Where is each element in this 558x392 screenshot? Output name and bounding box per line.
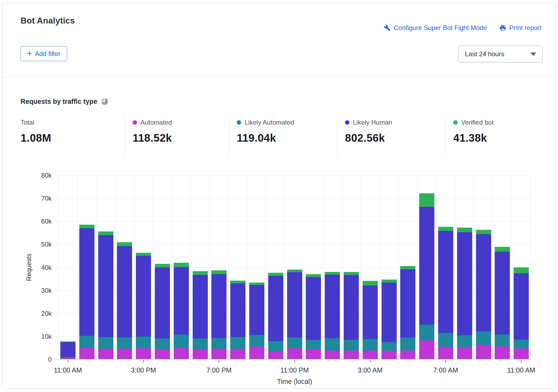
bar-segment-automated[interactable]: [136, 348, 151, 359]
bar-segment-likely-human[interactable]: [268, 276, 283, 341]
bar-6-00-am[interactable]: [419, 193, 434, 359]
bar-7-00-am[interactable]: [438, 227, 453, 359]
configure-super-bot-fight-mode-link[interactable]: Configure Super Bot Fight Mode: [384, 24, 487, 32]
bar-segment-likely-human[interactable]: [344, 275, 359, 340]
bar-segment-likely-automated[interactable]: [400, 338, 415, 350]
bar-segment-likely-human[interactable]: [325, 275, 340, 338]
bar-6-00-pm[interactable]: [193, 271, 208, 359]
bar-segment-verified-bot[interactable]: [117, 242, 132, 246]
bar-segment-verified-bot[interactable]: [457, 228, 472, 232]
bar-segment-likely-human[interactable]: [79, 228, 94, 336]
bar-segment-likely-human[interactable]: [174, 267, 189, 334]
bar-segment-likely-automated[interactable]: [419, 325, 434, 340]
bar-segment-verified-bot[interactable]: [325, 272, 340, 274]
bar-segment-automated[interactable]: [193, 349, 208, 359]
stat-total[interactable]: Total 1.08M: [21, 117, 125, 157]
bar-segment-likely-automated[interactable]: [382, 342, 397, 351]
bar-segment-likely-automated[interactable]: [211, 338, 227, 349]
bar-segment-verified-bot[interactable]: [230, 281, 245, 283]
bar-segment-likely-automated[interactable]: [268, 341, 283, 351]
bar-segment-automated[interactable]: [155, 349, 170, 359]
bar-4-00-pm[interactable]: [155, 264, 170, 359]
bar-segment-automated[interactable]: [79, 348, 94, 359]
bar-8-00-am[interactable]: [457, 228, 472, 359]
bar-segment-likely-human[interactable]: [60, 342, 76, 357]
bar-segment-automated[interactable]: [268, 351, 283, 359]
bar-segment-likely-automated[interactable]: [457, 335, 472, 347]
bar-segment-automated[interactable]: [514, 348, 529, 359]
bar-segment-verified-bot[interactable]: [193, 271, 208, 275]
bar-segment-likely-human[interactable]: [400, 269, 415, 338]
bar-segment-verified-bot[interactable]: [363, 281, 378, 285]
bar-segment-likely-human[interactable]: [211, 274, 227, 338]
bar-segment-likely-automated[interactable]: [306, 340, 321, 349]
bar-segment-likely-automated[interactable]: [476, 331, 491, 345]
bar-9-00-pm[interactable]: [249, 283, 264, 359]
bar-segment-likely-human[interactable]: [155, 267, 170, 338]
bar-3-00-pm[interactable]: [136, 253, 151, 359]
stat-verified-bot[interactable]: Verified bot 41.38k: [445, 117, 494, 157]
bar-segment-likely-human[interactable]: [136, 256, 151, 337]
bar-segment-automated[interactable]: [174, 348, 189, 359]
bar-segment-likely-automated[interactable]: [155, 338, 170, 349]
bar-10-00-pm[interactable]: [268, 273, 283, 359]
bar-segment-automated[interactable]: [211, 349, 227, 359]
print-report-link[interactable]: Print report: [499, 24, 541, 32]
bar-segment-likely-automated[interactable]: [98, 337, 113, 349]
bar-segment-verified-bot[interactable]: [306, 274, 321, 277]
bar-segment-automated[interactable]: [457, 347, 472, 359]
bar-segment-automated[interactable]: [60, 358, 76, 359]
bar-segment-likely-automated[interactable]: [287, 338, 302, 348]
bar-segment-verified-bot[interactable]: [400, 266, 415, 269]
bar-segment-automated[interactable]: [476, 345, 491, 359]
bar-segment-verified-bot[interactable]: [174, 263, 189, 267]
bar-2-00-am[interactable]: [344, 272, 359, 359]
bar-11-00-am[interactable]: [60, 341, 76, 359]
bar-segment-likely-automated[interactable]: [325, 338, 340, 351]
time-range-select[interactable]: Last 24 hours: [458, 46, 543, 62]
bar-segment-automated[interactable]: [344, 351, 359, 359]
bar-segment-likely-human[interactable]: [230, 283, 245, 337]
bar-segment-verified-bot[interactable]: [344, 272, 359, 275]
bar-11-00-pm[interactable]: [287, 270, 302, 359]
bar-segment-likely-automated[interactable]: [495, 334, 510, 346]
bar-segment-likely-human[interactable]: [476, 234, 491, 331]
bar-segment-automated[interactable]: [325, 351, 340, 359]
bar-segment-verified-bot[interactable]: [287, 270, 302, 272]
bar-10-00-am[interactable]: [495, 247, 510, 359]
bar-segment-automated[interactable]: [438, 347, 453, 359]
add-filter-button[interactable]: + Add filter: [21, 46, 67, 61]
bar-segment-likely-automated[interactable]: [344, 340, 359, 351]
bar-segment-automated[interactable]: [400, 350, 415, 359]
bar-segment-verified-bot[interactable]: [155, 264, 170, 268]
stat-likely-human[interactable]: Likely Human 802.56k: [337, 117, 445, 157]
bar-segment-automated[interactable]: [495, 346, 510, 359]
bar-segment-verified-bot[interactable]: [268, 273, 283, 276]
bar-segment-likely-human[interactable]: [419, 207, 434, 325]
bar-segment-automated[interactable]: [306, 349, 321, 359]
bar-11-00-am[interactable]: [514, 267, 529, 359]
bar-segment-automated[interactable]: [363, 351, 378, 359]
bar-segment-automated[interactable]: [249, 347, 264, 359]
bar-segment-automated[interactable]: [98, 349, 113, 359]
bar-segment-verified-bot[interactable]: [438, 227, 453, 231]
stat-likely-automated[interactable]: Likely Automated 119.04k: [229, 117, 337, 157]
bar-5-00-am[interactable]: [400, 266, 415, 359]
bar-segment-likely-human[interactable]: [193, 275, 208, 338]
bar-3-00-am[interactable]: [363, 281, 378, 359]
bar-segment-automated[interactable]: [230, 349, 245, 359]
bar-segment-likely-human[interactable]: [363, 285, 378, 339]
bar-9-00-am[interactable]: [476, 230, 491, 359]
bar-segment-verified-bot[interactable]: [211, 270, 227, 274]
bar-segment-likely-human[interactable]: [495, 252, 510, 334]
bar-segment-likely-human[interactable]: [438, 231, 453, 333]
bar-segment-verified-bot[interactable]: [382, 280, 397, 283]
bar-segment-verified-bot[interactable]: [249, 283, 264, 285]
bar-segment-likely-human[interactable]: [117, 246, 132, 337]
bar-12-00-pm[interactable]: [79, 225, 94, 359]
stat-automated[interactable]: Automated 118.52k: [125, 117, 229, 157]
bar-segment-likely-human[interactable]: [306, 277, 321, 340]
bar-segment-automated[interactable]: [287, 348, 302, 359]
bar-1-00-am[interactable]: [325, 272, 340, 359]
bar-segment-likely-automated[interactable]: [438, 333, 453, 347]
